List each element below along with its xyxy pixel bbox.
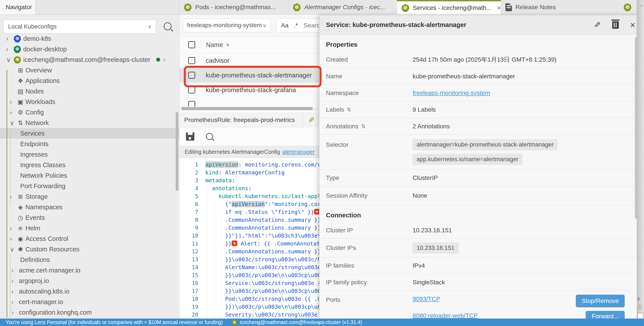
- chevron-icon[interactable]: ∨: [10, 119, 17, 127]
- sidebar-item[interactable]: › configuration.konghq.com: [0, 307, 179, 318]
- row-checkbox[interactable]: [188, 57, 195, 64]
- row-checkbox[interactable]: [188, 86, 195, 94]
- code-line[interactable]: 16Service:\u003c/strong\u003e {: [180, 279, 319, 287]
- sidebar-item[interactable]: ❖ Applications: [0, 76, 179, 86]
- sidebar-item[interactable]: ▤ Nodes: [0, 86, 179, 96]
- sidebar-item[interactable]: › ⎈ Helm: [0, 223, 179, 234]
- tab-partial-clipped[interactable]: ☸: [618, 0, 637, 14]
- sidebar-item[interactable]: Port Forwarding: [0, 181, 179, 191]
- horizontal-scrollbar[interactable]: [180, 106, 319, 110]
- search-input[interactable]: [303, 22, 319, 29]
- tab-pods[interactable]: ☸ Pods - icecheng@mathmas...: [180, 0, 288, 14]
- annotations-count[interactable]: 2 Annotations: [412, 123, 450, 130]
- sort-updown-icon[interactable]: ⇅: [361, 123, 366, 130]
- sidebar-item[interactable]: ∨ ⇅ Network: [0, 118, 179, 128]
- tab-alertmanager-configs[interactable]: ☸ Alertmanager Configs - icec...: [288, 0, 397, 14]
- code-line[interactable]: 18Pod:\u003c/strong\u003e {{ .Co: [180, 295, 319, 303]
- sidebar-item[interactable]: › docker-desktop: [0, 44, 179, 54]
- sidebar-item[interactable]: › argoproj.io: [0, 276, 179, 286]
- port-link-9093[interactable]: 9093/TCP: [412, 296, 478, 302]
- code-line[interactable]: 8.CommonAnnotations.summary }}: [180, 216, 319, 224]
- chevron-icon[interactable]: ›: [6, 35, 14, 42]
- services-search-box[interactable]: Aa .*: [276, 19, 319, 32]
- code-line[interactable]: 14AlertName:\u003c/strong\u003e: [180, 264, 319, 271]
- scrollbar-thumb[interactable]: [181, 107, 313, 110]
- code-line[interactable]: 9.CommonAnnotations.summary }}: [180, 224, 319, 232]
- table-row[interactable]: cadvisor: [180, 53, 319, 68]
- match-case-toggle[interactable]: Aa: [281, 22, 288, 29]
- code-line[interactable]: 10}}"}],"html":"\u003ch3\u003e\u: [180, 232, 319, 240]
- editor-dock-actions[interactable]: ✎: [303, 113, 319, 127]
- chevron-icon[interactable]: ›: [6, 46, 14, 53]
- code-line[interactable]: 6{"apiVersion":"monitoring.core: [180, 200, 319, 208]
- sidebar-scrollbar[interactable]: [176, 112, 178, 191]
- kubeconfig-select[interactable]: Local Kubeconfigs ∨: [4, 20, 156, 33]
- chevron-icon[interactable]: ∨: [6, 56, 14, 64]
- code-line[interactable]: 19}})\u003c/p\u003e\n\u003cp\u00: [180, 303, 319, 311]
- breadcrumb-resource-link[interactable]: alertmanager: [282, 149, 314, 155]
- chevron-icon[interactable]: ›: [10, 193, 17, 200]
- sidebar-item[interactable]: › demo-k8s: [0, 33, 179, 44]
- chevron-icon[interactable]: ›: [10, 224, 17, 232]
- code-line[interactable]: 2kind: AlertmanagerConfig: [180, 169, 319, 176]
- sidebar-search-button[interactable]: [164, 22, 172, 31]
- sidebar-item[interactable]: › ⚙ Config: [0, 107, 179, 118]
- forward-button[interactable]: Forward...: [586, 311, 625, 318]
- code-line[interactable]: 7if eq .Status \"firing\" }}: [180, 208, 319, 216]
- sidebar-item[interactable]: › cert-manager.io: [0, 296, 179, 307]
- sidebar-item[interactable]: › ≣ Storage: [0, 191, 179, 202]
- save-icon[interactable]: [186, 132, 194, 140]
- edit-icon[interactable]: ✎: [594, 20, 600, 30]
- tab-services-active[interactable]: ☸ Services - icecheng@math... ×: [397, 0, 501, 14]
- yaml-editor[interactable]: 1apiVersion: monitoring.coreos.com/v1 2k…: [180, 158, 319, 326]
- sidebar-item[interactable]: Definitions: [0, 254, 179, 265]
- code-line[interactable]: 5kubectl.kubernetes.io/last-appli: [180, 192, 319, 200]
- sidebar-item[interactable]: Ingress Classes: [0, 160, 179, 170]
- port-link-8080-reloader[interactable]: 8080:reloader-web/TCP: [412, 312, 478, 318]
- code-line[interactable]: 13}}\u003c/strong\u003e\u003c/h3: [180, 256, 319, 264]
- sidebar-item[interactable]: › ▣ Workloads: [0, 96, 179, 107]
- sidebar-item[interactable]: › ◉ Access Control: [0, 234, 179, 244]
- sidebar-item[interactable]: Services: [0, 128, 179, 139]
- code-line[interactable]: 11}} Alert: {{ .CommonAnnotati: [180, 240, 319, 248]
- delete-icon[interactable]: [612, 21, 619, 29]
- table-row[interactable]: kube-prometheus-stack-alertmanager: [180, 68, 319, 83]
- chevron-icon[interactable]: ›: [12, 277, 19, 284]
- sidebar-item[interactable]: ∨ ✱ Custom Resources: [0, 244, 179, 254]
- sidebar-item[interactable]: ⊞ Overview: [0, 65, 179, 76]
- namespace-select[interactable]: freeleaps-monitoring-system ∨: [183, 19, 271, 32]
- table-row[interactable]: kube-prometheus-stack-grafana: [180, 83, 319, 98]
- sidebar-item[interactable]: ∨ icecheng@mathmast.com@freeleaps-cluste…: [0, 54, 179, 65]
- chevron-icon[interactable]: ∨: [10, 246, 17, 253]
- code-line[interactable]: 20Severity:\u003c/strong\u003e: [180, 311, 319, 319]
- regex-toggle[interactable]: .*: [294, 22, 298, 29]
- row-checkbox[interactable]: [188, 72, 195, 79]
- chevron-icon[interactable]: ›: [12, 288, 19, 295]
- chevron-icon[interactable]: ›: [12, 309, 19, 316]
- chevron-icon[interactable]: ›: [10, 108, 17, 116]
- table-row-partial[interactable]: [180, 98, 319, 106]
- tab-release-notes[interactable]: Release Notes: [501, 0, 618, 14]
- chevron-icon[interactable]: ›: [10, 235, 17, 242]
- sidebar-item[interactable]: ◈ Namespaces: [0, 202, 179, 212]
- search-icon[interactable]: [206, 133, 213, 140]
- sidebar-item[interactable]: Endpoints: [0, 139, 179, 149]
- sidebar-item[interactable]: Ingresses: [0, 149, 179, 160]
- sidebar-item[interactable]: ◷ Events: [0, 212, 179, 223]
- close-icon[interactable]: ×: [630, 20, 635, 30]
- chevron-icon[interactable]: ›: [12, 298, 19, 306]
- labels-count[interactable]: 9 Labels: [412, 106, 436, 113]
- tab-close-icon[interactable]: ×: [495, 4, 501, 12]
- code-line[interactable]: 4annotations:: [180, 184, 319, 192]
- code-line[interactable]: 17}}\u003c/p\u003e\n\u003cp\u003: [180, 287, 319, 295]
- stop-remove-button[interactable]: Stop/Remove: [576, 295, 625, 307]
- name-column-header[interactable]: Name ∧: [201, 40, 230, 49]
- namespace-link[interactable]: freeleaps-monitoring-system: [412, 90, 490, 96]
- select-all-checkbox[interactable]: [188, 41, 195, 48]
- code-line[interactable]: 3metadata:: [180, 176, 319, 184]
- sidebar-item[interactable]: Network Policies: [0, 170, 179, 181]
- code-line[interactable]: 12.CommonAnnotations.summary }}: [180, 248, 319, 256]
- sort-updown-icon[interactable]: ⇅: [347, 106, 351, 113]
- sidebar-item[interactable]: › autoscaling.k8s.io: [0, 286, 179, 296]
- chevron-icon[interactable]: ›: [12, 266, 19, 274]
